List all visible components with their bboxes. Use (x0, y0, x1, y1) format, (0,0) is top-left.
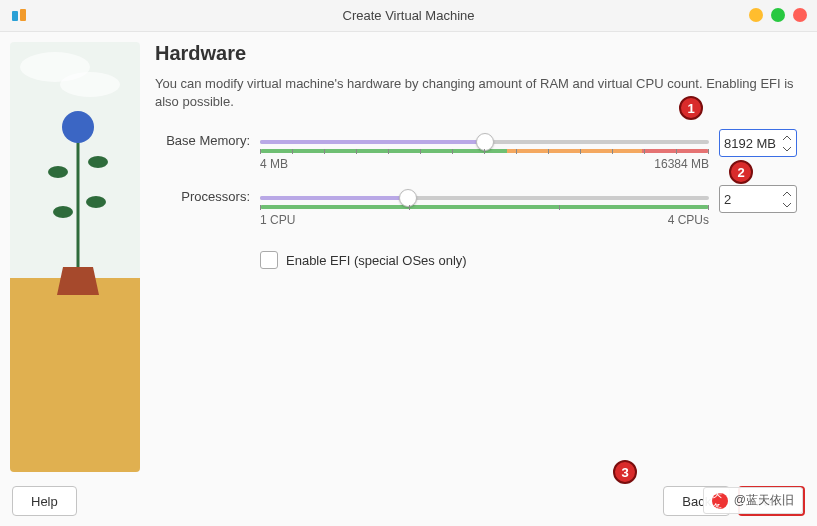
annotation-badge-1: 1 (679, 96, 703, 120)
processors-row: Processors: 1 CPU 4 CPUs 2 (155, 185, 797, 227)
chevron-down-icon[interactable] (783, 146, 791, 152)
chevron-up-icon[interactable] (783, 191, 791, 197)
processors-min: 1 CPU (260, 213, 295, 227)
help-button[interactable]: Help (12, 486, 77, 516)
maximize-button[interactable] (771, 8, 785, 22)
svg-point-3 (62, 111, 94, 143)
processors-label: Processors: (155, 185, 250, 204)
base-memory-row: Base Memory: 4 MB 16384 MB 8192 MB (155, 129, 797, 171)
svg-point-5 (88, 156, 108, 168)
watermark-text: @蓝天依旧 (734, 492, 794, 509)
annotation-badge-3: 3 (613, 460, 637, 484)
base-memory-value: 8192 MB (724, 136, 776, 151)
close-button[interactable] (793, 8, 807, 22)
chevron-up-icon[interactable] (783, 135, 791, 141)
processors-spinbox[interactable]: 2 (719, 185, 797, 213)
base-memory-label: Base Memory: (155, 129, 250, 148)
enable-efi-label: Enable EFI (special OSes only) (286, 253, 467, 268)
svg-point-7 (86, 196, 106, 208)
window-controls (749, 8, 807, 22)
svg-rect-0 (12, 11, 18, 21)
wizard-illustration (10, 42, 140, 472)
svg-rect-1 (20, 9, 26, 21)
processors-value: 2 (724, 192, 731, 207)
svg-point-4 (48, 166, 68, 178)
base-memory-spinbox[interactable]: 8192 MB (719, 129, 797, 157)
base-memory-max: 16384 MB (654, 157, 709, 171)
base-memory-slider[interactable]: 4 MB 16384 MB (260, 129, 709, 171)
annotation-badge-2: 2 (729, 160, 753, 184)
svg-point-6 (53, 206, 73, 218)
processors-slider[interactable]: 1 CPU 4 CPUs (260, 185, 709, 227)
title-bar: Create Virtual Machine (0, 0, 817, 32)
processors-max: 4 CPUs (668, 213, 709, 227)
chevron-down-icon[interactable] (783, 202, 791, 208)
app-icon (10, 7, 28, 25)
page-heading: Hardware (155, 42, 797, 65)
wizard-footer: Help Back Next (0, 476, 817, 526)
watermark: 头条 @蓝天依旧 (703, 487, 803, 514)
enable-efi-checkbox[interactable] (260, 251, 278, 269)
minimize-button[interactable] (749, 8, 763, 22)
watermark-logo-icon: 头条 (712, 493, 728, 509)
base-memory-min: 4 MB (260, 157, 288, 171)
wizard-illustration-panel (0, 32, 150, 476)
efi-row: Enable EFI (special OSes only) (155, 241, 797, 269)
window-title: Create Virtual Machine (0, 8, 817, 23)
wizard-main-panel: Hardware You can modify virtual machine'… (150, 32, 817, 476)
